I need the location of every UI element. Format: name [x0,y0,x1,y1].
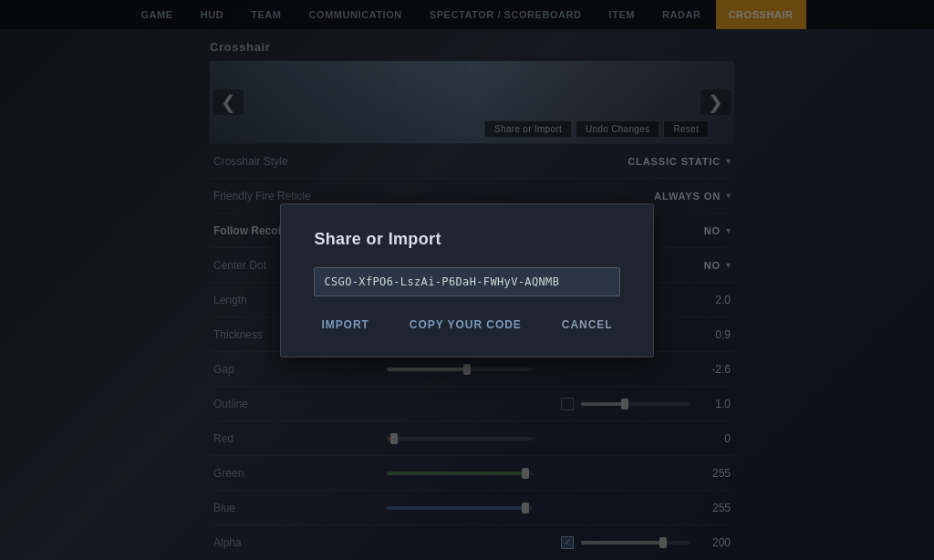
import-button[interactable]: IMPORT [314,315,376,335]
crosshair-code-input[interactable] [314,267,619,296]
modal-title: Share or Import [314,230,619,249]
share-import-modal: Share or Import IMPORT COPY YOUR CODE CA… [280,203,653,358]
cancel-button[interactable]: CANCEL [555,315,620,335]
modal-actions: IMPORT COPY YOUR CODE CANCEL [314,315,619,335]
copy-your-code-button[interactable]: COPY YOUR CODE [402,315,529,335]
modal-overlay: Share or Import IMPORT COPY YOUR CODE CA… [0,0,934,560]
